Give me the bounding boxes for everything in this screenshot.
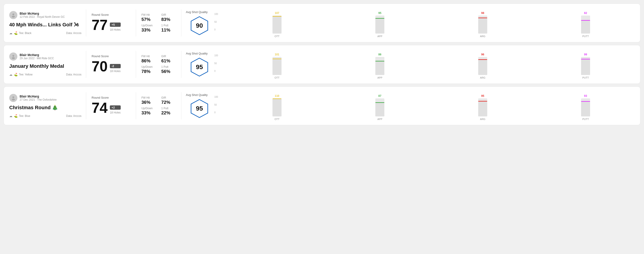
tee-info: ☁⛳Tee: Blue	[9, 114, 30, 118]
y-label: 50	[214, 21, 218, 23]
stat-updown: Up/Down33%	[142, 24, 156, 33]
score-badge: -2	[110, 64, 120, 68]
bar-x-label: ARG	[480, 35, 486, 38]
bar-x-label: OTT	[274, 118, 280, 121]
bar-line	[375, 18, 384, 19]
bar-chart: 110OTT87APP95ARG93PUTT	[228, 91, 635, 121]
hexagon-container: 90	[189, 15, 210, 36]
stat-fw-hit-value: 57%	[142, 17, 156, 22]
bar-wrapper	[272, 98, 282, 117]
bar-line	[581, 59, 590, 59]
bar-x-label: APP	[378, 76, 382, 79]
bar-x-label: PUTT	[582, 35, 589, 38]
round-bottom-info: ☁⛳Tee: BlueData: Arccos	[9, 114, 82, 118]
bar-x-label: PUTT	[582, 76, 589, 79]
stat-fw-hit-label: FW Hit	[142, 13, 156, 16]
bar-line	[581, 20, 590, 21]
bar-value-label: 95	[378, 11, 381, 15]
data-source: Data: Arccos	[66, 31, 82, 35]
bar-fill	[272, 16, 282, 33]
stat-gir: GIR61%	[161, 55, 176, 64]
user-details: Blair McHarg29 Jan 2022 · Mill Ride GCC	[20, 53, 54, 60]
stat-one-putt-label: 1 Putt	[161, 24, 176, 27]
stat-gir: GIR72%	[161, 96, 176, 105]
bag-icon: ⛳	[14, 73, 18, 76]
bar-x-label: APP	[378, 35, 382, 38]
bag-icon: ⛳	[14, 31, 18, 35]
y-label: 100	[214, 13, 218, 15]
svg-point-6	[12, 96, 14, 98]
stat-gir-value: 72%	[161, 100, 176, 105]
y-label: 100	[214, 54, 218, 57]
round-score-label: Round Score	[92, 96, 130, 99]
bar-fill	[272, 59, 282, 75]
score-row: 74+218 Holes	[92, 101, 130, 115]
bar-group-arg: 95ARG	[434, 94, 532, 121]
round-card: Blair McHarg12 Feb 2022 · Royal North De…	[4, 3, 640, 42]
score-right: +218 Holes	[110, 105, 120, 115]
stat-fw-hit-label: FW Hit	[142, 55, 156, 58]
user-name: Blair McHarg	[20, 95, 56, 98]
bar-line	[581, 101, 590, 102]
y-label: 100	[214, 96, 218, 98]
round-card: Blair McHarg29 Jan 2022 · Mill Ride GCCJ…	[4, 45, 640, 84]
stat-one-putt: 1 Putt56%	[161, 65, 176, 74]
bar-fill	[375, 61, 384, 75]
bar-fill	[581, 101, 590, 117]
bar-group-putt: 93PUTT	[536, 94, 635, 121]
bar-wrapper	[478, 57, 487, 75]
bar-line	[375, 102, 384, 103]
tee-label: Tee: Yellow	[19, 73, 32, 76]
quality-score: 95	[196, 64, 203, 71]
bar-x-label: OTT	[274, 35, 280, 38]
stat-updown: Up/Down33%	[142, 107, 156, 116]
tee-label: Tee: Blue	[19, 114, 30, 118]
stats-section: FW Hit36%GIR72%Up/Down33%1 Putt22%	[136, 96, 181, 116]
bar-group-putt: 82PUTT	[536, 11, 635, 38]
bar-wrapper	[272, 15, 282, 33]
svg-point-1	[12, 16, 15, 17]
stat-one-putt: 1 Putt11%	[161, 24, 176, 33]
hexagon-container: 95	[189, 98, 210, 119]
score-section: Round Score70-218 Holes	[86, 54, 136, 75]
bar-value-label: 99	[584, 53, 587, 56]
stat-updown-value: 33%	[142, 110, 156, 116]
round-card: Blair McHarg27 Dec 2021 · The Oxfordshir…	[4, 87, 640, 125]
stat-gir-value: 83%	[161, 17, 176, 22]
bar-value-label: 107	[275, 11, 279, 15]
bar-fill	[375, 18, 384, 33]
bar-value-label: 98	[481, 11, 484, 15]
y-label: 0	[214, 111, 218, 114]
bar-value-label: 82	[584, 11, 587, 15]
svg-point-0	[12, 13, 14, 15]
stats-section: FW Hit86%GIR61%Up/Down78%1 Putt56%	[136, 55, 181, 74]
bar-x-label: ARG	[480, 76, 486, 79]
user-name: Blair McHarg	[20, 53, 54, 57]
bar-value-label: 110	[275, 94, 279, 98]
bar-fill	[478, 101, 487, 117]
bar-wrapper	[581, 57, 590, 75]
stat-one-putt: 1 Putt22%	[161, 107, 176, 116]
bar-group-arg: 96ARG	[434, 53, 532, 79]
bar-value-label: 96	[481, 53, 484, 56]
avatar	[9, 94, 17, 102]
data-source: Data: Arccos	[66, 73, 82, 76]
bar-wrapper	[581, 15, 590, 33]
stat-fw-hit-value: 86%	[142, 58, 156, 64]
chart-wrapper: 100500110OTT87APP95ARG93PUTT	[221, 91, 635, 121]
round-title: Christmas Round 🎄	[9, 105, 82, 111]
bar-fill	[375, 102, 384, 117]
user-info: Blair McHarg12 Feb 2022 · Royal North De…	[9, 11, 82, 19]
score-section: Round Score77+518 Holes	[86, 13, 136, 33]
svg-point-4	[12, 57, 15, 59]
stat-fw-hit: FW Hit86%	[142, 55, 156, 64]
bar-fill	[581, 20, 590, 33]
bar-group-ott: 107OTT	[228, 11, 326, 38]
round-score-label: Round Score	[92, 13, 130, 16]
quality-score: 95	[196, 105, 203, 112]
stat-gir: GIR83%	[161, 13, 176, 22]
score-number: 77	[92, 18, 108, 32]
bar-group-app: 95APP	[331, 11, 429, 38]
stat-updown-label: Up/Down	[142, 107, 156, 110]
bar-x-label: OTT	[274, 76, 280, 79]
